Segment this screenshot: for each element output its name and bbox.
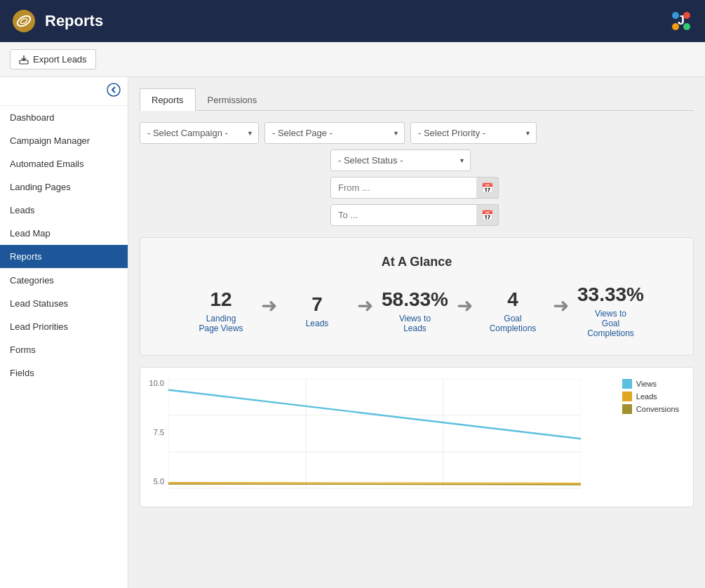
legend-conversions-color [622, 404, 632, 414]
legend-views: Views [622, 379, 679, 389]
svg-point-11 [107, 83, 120, 96]
views-to-goal-label: Views toGoalCompletions [577, 309, 644, 338]
campaign-select[interactable]: - Select Campaign - [140, 122, 259, 144]
legend-leads-label: Leads [636, 392, 657, 401]
sidebar-item-campaign-manager[interactable]: Campaign Manager [0, 129, 128, 152]
main-layout: DashboardCampaign ManagerAutomated Email… [0, 77, 705, 588]
metric-views-to-goal: 33.33% Views toGoalCompletions [577, 283, 644, 338]
sidebar-item-dashboard[interactable]: Dashboard [0, 106, 128, 129]
sidebar-nav: DashboardCampaign ManagerAutomated Email… [0, 106, 128, 385]
sidebar-item-fields[interactable]: Fields [0, 361, 128, 385]
sidebar-collapse-button[interactable] [107, 83, 121, 100]
chart-panel: 10.0 7.5 5.0 [140, 367, 694, 507]
y-label-top: 10.0 [140, 379, 164, 387]
joomla-logo-icon: J [669, 8, 694, 34]
priority-select-wrapper: - Select Priority - [410, 122, 537, 144]
goal-completions-label: GoalCompletions [481, 314, 544, 333]
filter-row-1: - Select Campaign - - Select Page - - Se… [140, 122, 694, 144]
page-title: Reports [45, 12, 103, 30]
spiral-logo-icon [11, 8, 36, 34]
to-date-input[interactable] [330, 204, 499, 226]
leads-value: 7 [286, 293, 349, 316]
arrow-1: ➜ [261, 294, 277, 317]
svg-point-7 [683, 23, 690, 30]
svg-point-5 [683, 12, 690, 19]
export-icon [19, 55, 29, 65]
toolbar: Export Leads [0, 42, 705, 77]
metrics-container: 12 LandingPage Views ➜ 7 Leads ➜ 58.33% … [154, 283, 679, 338]
filter-row-4: 📅 [330, 204, 694, 226]
sidebar-item-landing-pages[interactable]: Landing Pages [0, 175, 128, 199]
sidebar: DashboardCampaign ManagerAutomated Email… [0, 77, 128, 588]
priority-select[interactable]: - Select Priority - [410, 122, 537, 144]
leads-label: Leads [286, 319, 349, 328]
chart-svg [168, 379, 581, 489]
page-select[interactable]: - Select Page - [264, 122, 405, 144]
svg-point-8 [672, 23, 679, 30]
header-left: Reports [11, 8, 103, 34]
sidebar-item-reports[interactable]: Reports [0, 245, 128, 268]
status-select[interactable]: - Select Status - [330, 149, 471, 171]
export-leads-button[interactable]: Export Leads [10, 49, 96, 69]
legend-views-color [622, 379, 632, 389]
back-arrow-icon [107, 83, 121, 97]
sidebar-item-lead-map[interactable]: Lead Map [0, 222, 128, 245]
y-label-mid: 7.5 [140, 428, 164, 436]
metric-landing-page-views: 12 LandingPage Views [189, 288, 253, 333]
page-select-wrapper: - Select Page - [264, 122, 405, 144]
legend-views-label: Views [636, 380, 657, 388]
legend-conversions-label: Conversions [636, 405, 679, 413]
export-button-label: Export Leads [33, 54, 87, 65]
views-to-goal-value: 33.33% [577, 283, 644, 306]
main-content: Reports Permissions - Select Campaign - … [128, 77, 705, 588]
legend-conversions: Conversions [622, 404, 679, 414]
filter-row-3: 📅 [330, 177, 694, 199]
chart-legend: Views Leads Conversions [622, 379, 679, 414]
svg-point-0 [13, 10, 35, 32]
goal-completions-value: 4 [481, 288, 544, 311]
landing-page-views-value: 12 [189, 288, 253, 311]
svg-point-6 [672, 12, 679, 19]
to-calendar-icon[interactable]: 📅 [476, 204, 499, 226]
views-to-leads-label: Views toLeads [382, 314, 448, 333]
tab-reports[interactable]: Reports [140, 88, 196, 111]
from-date-input[interactable] [330, 177, 499, 199]
arrow-2: ➜ [357, 294, 373, 317]
filter-row-2: - Select Status - [330, 149, 694, 171]
sidebar-toggle-area [0, 77, 128, 106]
sidebar-item-leads[interactable]: Leads [0, 199, 128, 222]
app-header: Reports J [0, 0, 705, 42]
metric-views-to-leads: 58.33% Views toLeads [382, 288, 448, 333]
metric-leads: 7 Leads [286, 293, 349, 328]
status-select-wrapper: - Select Status - [330, 149, 471, 171]
sidebar-item-lead-statuses[interactable]: Lead Statuses [0, 292, 128, 315]
tabs-container: Reports Permissions [140, 88, 694, 111]
chart-y-axis: 10.0 7.5 5.0 [140, 379, 167, 486]
from-calendar-icon[interactable]: 📅 [476, 177, 499, 199]
legend-leads-color [622, 392, 632, 401]
arrow-4: ➜ [553, 294, 569, 317]
sidebar-item-categories[interactable]: Categories [0, 268, 128, 292]
from-date-wrapper: 📅 [330, 177, 499, 199]
views-to-leads-value: 58.33% [382, 288, 448, 311]
at-a-glance-title: At A Glance [154, 255, 679, 269]
to-date-wrapper: 📅 [330, 204, 499, 226]
y-label-bottom: 5.0 [140, 477, 164, 486]
arrow-3: ➜ [457, 294, 473, 317]
legend-leads: Leads [622, 392, 679, 401]
sidebar-item-forms[interactable]: Forms [0, 338, 128, 361]
sidebar-item-automated-emails[interactable]: Automated Emails [0, 152, 128, 175]
at-a-glance-panel: At A Glance 12 LandingPage Views ➜ 7 Lea… [140, 237, 694, 356]
landing-page-views-label: LandingPage Views [189, 314, 253, 333]
tab-permissions[interactable]: Permissions [196, 88, 269, 111]
metric-goal-completions: 4 GoalCompletions [481, 288, 544, 333]
sidebar-item-lead-priorities[interactable]: Lead Priorities [0, 315, 128, 338]
campaign-select-wrapper: - Select Campaign - [140, 122, 259, 144]
